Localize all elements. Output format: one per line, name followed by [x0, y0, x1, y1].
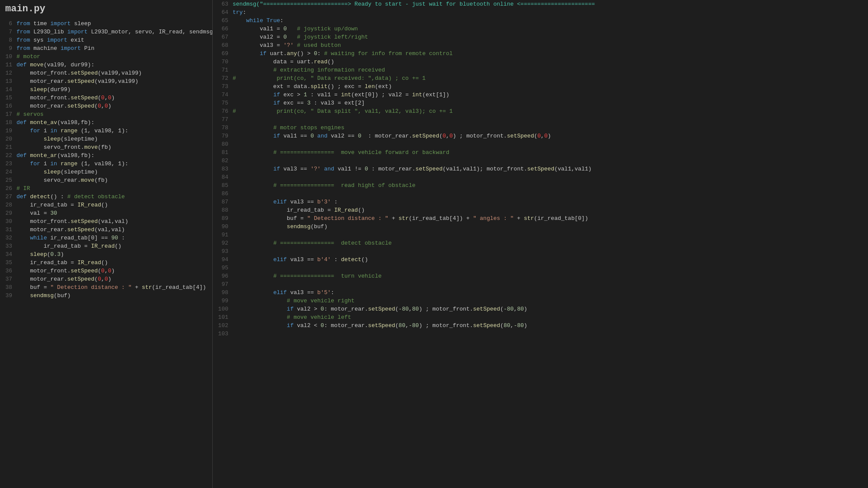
line-content: for i in range (1, val98, 1):: [16, 160, 212, 168]
line-content: # print(co, " Data received: ",data) ; c…: [233, 74, 868, 82]
line-number: 69: [213, 49, 233, 58]
line-number: 31: [0, 226, 16, 234]
code-line: 82: [213, 157, 868, 165]
line-number: 82: [213, 157, 233, 165]
line-number: 65: [213, 16, 233, 25]
line-content: # servos: [16, 110, 212, 118]
code-line: 8from sys import exit: [0, 36, 212, 44]
code-line: 70 data = uart.read(): [213, 58, 868, 66]
line-number: 95: [213, 264, 233, 272]
code-line: 65 while True:: [213, 16, 868, 25]
line-number: 84: [213, 173, 233, 181]
line-content: [233, 264, 868, 272]
line-content: # ================ move vehicle forward …: [233, 148, 868, 157]
code-line: 10# motor: [0, 52, 212, 61]
line-number: 89: [213, 214, 233, 223]
line-number: 77: [213, 115, 233, 124]
code-line: 7from L293D_lib import L293D_motor, serv…: [0, 28, 212, 36]
line-content: val2 = 0 # joystick left/right: [233, 33, 868, 41]
code-line: 39 sendmsg(buf): [0, 291, 212, 300]
line-number: 38: [0, 283, 16, 291]
code-line: 77: [213, 115, 868, 124]
code-line: 97: [213, 280, 868, 288]
code-line: 21 servo_front.move(fb): [0, 143, 212, 151]
line-content: motor_rear.setSpeed(0,0): [16, 102, 212, 110]
line-content: ext = data.split() ; exc = len(ext): [233, 82, 868, 91]
code-line: 68 val3 = '?' # used button: [213, 41, 868, 49]
line-content: servo_rear.move(fb): [16, 176, 212, 184]
code-line: 83 if val3 == '?' and val1 != 0 : motor_…: [213, 165, 868, 173]
line-content: sleep(sleeptime): [16, 135, 212, 143]
line-number: 86: [213, 190, 233, 198]
line-content: def monte_ar(val98,fb):: [16, 151, 212, 160]
line-content: # print(co, " Data split ", val1, val2, …: [233, 107, 868, 115]
line-content: if uart.any() > 0: # waiting for info fr…: [233, 49, 868, 58]
code-line: 11def move(val99, dur99):: [0, 61, 212, 69]
code-line: 9from machine import Pin: [0, 44, 212, 52]
code-line: 73 ext = data.split() ; exc = len(ext): [213, 82, 868, 91]
line-number: 80: [213, 140, 233, 148]
line-number: 99: [213, 297, 233, 305]
code-line: 72# print(co, " Data received: ",data) ;…: [213, 74, 868, 82]
code-line: 64try:: [213, 8, 868, 16]
code-line: 37 motor_rear.setSpeed(0,0): [0, 275, 212, 283]
line-content: # extracting information received: [233, 66, 868, 74]
line-content: ir_read_tab = IR_read(): [16, 201, 212, 209]
line-content: elif val3 == b'5':: [233, 288, 868, 297]
code-line: 67 val2 = 0 # joystick left/right: [213, 33, 868, 41]
code-line: 22def monte_ar(val98,fb):: [0, 151, 212, 160]
line-content: # move vehicle left: [233, 313, 868, 321]
line-number: 94: [213, 255, 233, 264]
line-content: [233, 140, 868, 148]
code-line: 76# print(co, " Data split ", val1, val2…: [213, 107, 868, 115]
line-number: 30: [0, 217, 16, 226]
line-number: 6: [0, 20, 16, 28]
code-line: 71 # extracting information received: [213, 66, 868, 74]
right-code-container: 63sendmsg("=========================> Re…: [213, 0, 868, 338]
line-number: 14: [0, 85, 16, 94]
line-content: elif val3 == b'3' :: [233, 198, 868, 206]
code-line: 18def monte_av(val98,fb):: [0, 118, 212, 127]
line-number: 81: [213, 148, 233, 157]
code-line: 24 sleep(sleeptime): [0, 168, 212, 176]
code-line: 33 ir_read_tab = IR_read(): [0, 242, 212, 250]
line-content: def detect() : # detect obstacle: [16, 193, 212, 201]
line-content: servo_front.move(fb): [16, 143, 212, 151]
line-content: if val2 < 0: motor_rear.setSpeed(80,-80)…: [233, 321, 868, 330]
line-content: buf = " Detection distance : " + str(ir_…: [16, 283, 212, 291]
line-content: from machine import Pin: [16, 44, 212, 52]
line-number: 7: [0, 28, 16, 36]
line-number: 16: [0, 102, 16, 110]
line-number: 87: [213, 198, 233, 206]
line-content: try:: [233, 8, 868, 16]
line-content: sendmsg(buf): [233, 223, 868, 231]
line-content: elif val3 == b'4' : detect(): [233, 255, 868, 264]
code-line: 101 # move vehicle left: [213, 313, 868, 321]
code-line: 95: [213, 264, 868, 272]
line-content: # ================ read hight of obstacl…: [233, 181, 868, 190]
code-line: 34 sleep(0.3): [0, 250, 212, 259]
line-number: 64: [213, 8, 233, 16]
line-content: sleep(dur99): [16, 85, 212, 94]
line-number: 23: [0, 160, 16, 168]
line-number: 102: [213, 321, 233, 330]
line-number: 67: [213, 33, 233, 41]
code-line: 35 ir_read_tab = IR_read(): [0, 259, 212, 267]
line-number: 12: [0, 69, 16, 77]
line-number: 32: [0, 234, 16, 242]
line-content: if exc == 3 : val3 = ext[2]: [233, 99, 868, 107]
line-number: 70: [213, 58, 233, 66]
line-number: 97: [213, 280, 233, 288]
line-number: 74: [213, 91, 233, 99]
line-number: 66: [213, 25, 233, 33]
code-line: 19 for i in range (1, val98, 1):: [0, 127, 212, 135]
code-line: 36 motor_front.setSpeed(0,0): [0, 267, 212, 275]
line-number: 11: [0, 61, 16, 69]
line-number: 17: [0, 110, 16, 118]
line-number: 9: [0, 44, 16, 52]
line-content: def monte_av(val98,fb):: [16, 118, 212, 127]
code-line: 98 elif val3 == b'5':: [213, 288, 868, 297]
line-content: motor_rear.setSpeed(val99,val99): [16, 77, 212, 85]
code-line: 89 buf = " Detection distance : " + str(…: [213, 214, 868, 223]
line-number: 18: [0, 118, 16, 127]
